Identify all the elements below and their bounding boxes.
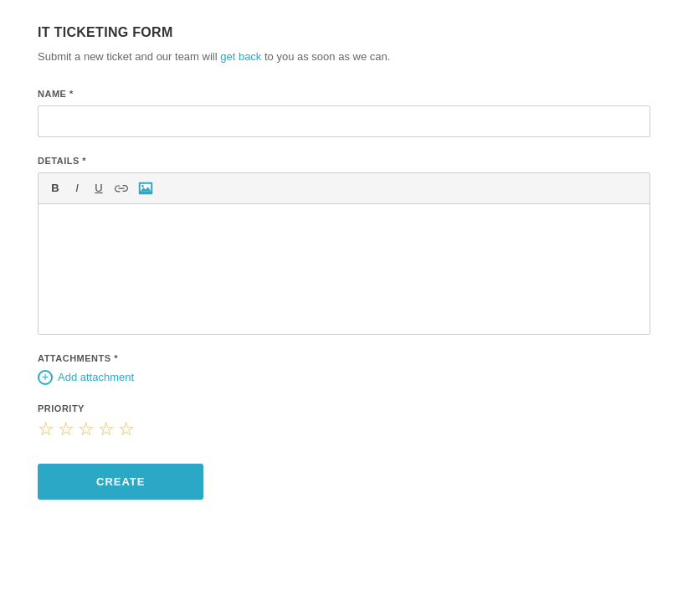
name-input[interactable] (38, 105, 650, 137)
svg-point-3 (141, 185, 144, 187)
attachments-label: ATTACHMENTS * (38, 353, 650, 363)
star-3[interactable]: ☆ (78, 420, 95, 439)
bold-button[interactable]: B (45, 178, 65, 198)
details-label: DETAILS * (38, 156, 650, 166)
add-attachment-label: Add attachment (58, 371, 134, 383)
add-attachment-link[interactable]: Add attachment (38, 370, 650, 385)
star-2[interactable]: ☆ (58, 420, 74, 439)
image-button[interactable] (134, 179, 157, 198)
add-attachment-icon (38, 370, 53, 385)
underline-button[interactable]: U (89, 178, 109, 198)
link-button[interactable] (110, 181, 132, 196)
page-container: IT TICKETING FORM Submit a new ticket an… (0, 0, 688, 616)
name-field-group: NAME * (38, 89, 650, 137)
details-textarea[interactable] (39, 204, 649, 334)
star-1[interactable]: ☆ (38, 420, 54, 439)
details-toolbar: B I U (39, 173, 649, 204)
star-5[interactable]: ☆ (118, 420, 135, 439)
form-subtitle: Submit a new ticket and our team will ge… (38, 49, 650, 65)
priority-section: PRIORITY ☆ ☆ ☆ ☆ ☆ (38, 403, 650, 439)
image-icon (138, 182, 153, 195)
form-title: IT TICKETING FORM (38, 25, 650, 40)
details-field-group: DETAILS * B I U (38, 156, 650, 335)
link-icon (115, 183, 128, 193)
stars-container: ☆ ☆ ☆ ☆ ☆ (38, 420, 650, 439)
get-back-link: get back (220, 50, 261, 63)
priority-label: PRIORITY (38, 403, 650, 413)
star-4[interactable]: ☆ (98, 420, 115, 439)
rich-text-container: B I U (38, 172, 650, 335)
italic-button[interactable]: I (67, 178, 87, 198)
name-label: NAME * (38, 89, 650, 99)
create-button[interactable]: CREATE (38, 464, 203, 500)
attachments-section: ATTACHMENTS * Add attachment (38, 353, 650, 385)
